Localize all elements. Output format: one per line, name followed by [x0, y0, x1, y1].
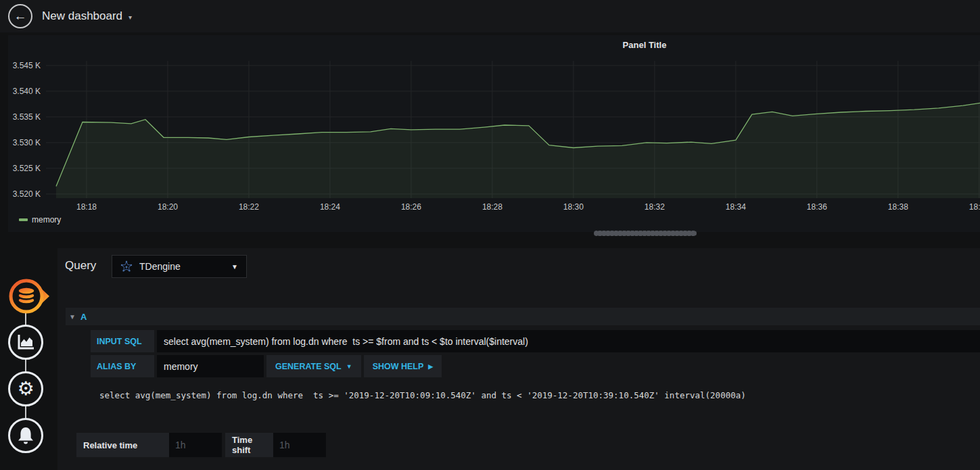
dashboard-title: New dashboard [42, 9, 122, 23]
time-shift-label: Time shift [225, 433, 273, 457]
back-arrow-icon: ← [14, 9, 27, 22]
svg-text:3.540 K: 3.540 K [13, 87, 41, 96]
svg-text:3.525 K: 3.525 K [13, 164, 41, 173]
collapse-caret-icon: ▼ [69, 313, 76, 321]
svg-text:18:18: 18:18 [76, 202, 97, 212]
alias-by-label: ALIAS BY [91, 355, 154, 377]
graph-icon [17, 334, 34, 350]
svg-text:18:28: 18:28 [482, 202, 503, 212]
svg-text:3.520 K: 3.520 K [13, 189, 41, 199]
query-ref-id: A [80, 312, 87, 322]
tab-visualization[interactable] [8, 325, 43, 360]
query-row-header[interactable]: ▼ A [66, 308, 980, 325]
relative-time-label: Relative time [76, 433, 169, 457]
svg-text:18:34: 18:34 [726, 202, 746, 212]
datasource-picker[interactable]: TDengine ▼ [112, 255, 247, 278]
time-options-row: Relative time Time shift [76, 433, 326, 457]
dashboard-title-dropdown[interactable]: New dashboard ▾ [42, 0, 132, 32]
tab-queries-active[interactable] [8, 277, 50, 315]
svg-text:3.535 K: 3.535 K [13, 112, 41, 122]
chart-legend: memory [19, 215, 61, 225]
query-section-title: Query [65, 259, 96, 273]
panel-editor-tab-rail: ⚙ [8, 277, 49, 456]
svg-text:18:40: 18:40 [969, 202, 980, 212]
top-navbar: ← New dashboard ▾ [0, 0, 980, 32]
svg-text:18:30: 18:30 [563, 202, 584, 212]
svg-text:18:36: 18:36 [807, 202, 827, 212]
tdengine-logo-icon [120, 260, 133, 273]
input-sql-label: INPUT SQL [91, 330, 154, 352]
svg-text:3.530 K: 3.530 K [13, 138, 41, 147]
gear-icon: ⚙ [17, 379, 34, 398]
relative-time-input[interactable] [169, 433, 222, 457]
show-help-button[interactable]: SHOW HELP ▶ [364, 355, 442, 377]
svg-text:18:20: 18:20 [158, 202, 178, 212]
caret-right-icon: ▶ [428, 363, 433, 370]
panel-resize-handle[interactable] [594, 231, 697, 236]
tab-general[interactable]: ⚙ [8, 371, 43, 406]
back-button[interactable]: ← [8, 4, 32, 28]
input-sql-field[interactable] [157, 330, 980, 352]
input-sql-row: INPUT SQL [91, 330, 980, 352]
bell-icon [17, 426, 34, 445]
caret-down-icon: ▼ [346, 363, 352, 370]
query-form: INPUT SQL ALIAS BY GENERATE SQL ▼ SHOW H… [91, 330, 980, 407]
time-shift-input[interactable] [273, 433, 326, 457]
database-icon [8, 277, 50, 315]
relative-time-group: Relative time [76, 433, 222, 457]
tab-alert[interactable] [8, 418, 43, 453]
svg-text:18:38: 18:38 [888, 202, 908, 212]
time-shift-group: Time shift [225, 433, 326, 457]
dropdown-caret-icon: ▼ [231, 263, 238, 271]
svg-text:18:26: 18:26 [401, 202, 421, 212]
generate-sql-button-label: GENERATE SQL [275, 362, 342, 371]
caret-down-icon: ▾ [129, 14, 132, 21]
legend-label: memory [32, 215, 61, 225]
svg-text:3.545 K: 3.545 K [13, 61, 41, 70]
generated-sql-preview: select avg(mem_system) from log.dn where… [91, 383, 980, 407]
alias-by-field[interactable] [157, 355, 264, 377]
datasource-name: TDengine [139, 261, 225, 272]
svg-text:18:24: 18:24 [320, 202, 340, 212]
svg-text:18:32: 18:32 [645, 202, 665, 212]
generate-sql-button[interactable]: GENERATE SQL ▼ [266, 355, 361, 377]
time-series-chart[interactable]: 3.520 K3.525 K3.530 K3.535 K3.540 K3.545… [8, 35, 980, 212]
legend-item-memory[interactable]: memory [19, 215, 61, 225]
svg-text:18:22: 18:22 [239, 202, 259, 212]
query-editor-section: Query TDengine ▼ ▼ A INPUT SQL ALIAS BY … [57, 248, 980, 470]
show-help-button-label: SHOW HELP [373, 362, 424, 371]
alias-by-row: ALIAS BY GENERATE SQL ▼ SHOW HELP ▶ [91, 355, 980, 377]
legend-color-dash [19, 218, 28, 221]
graph-panel: Panel Title 3.520 K3.525 K3.530 K3.535 K… [8, 35, 980, 232]
